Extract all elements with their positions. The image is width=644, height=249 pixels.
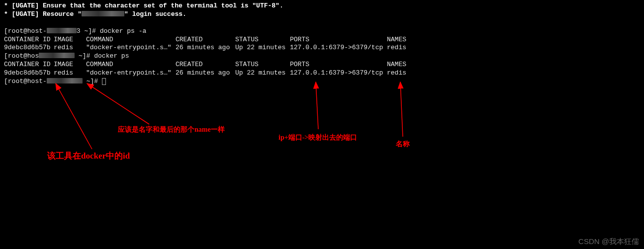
svg-line-3 <box>316 82 318 129</box>
svg-line-4 <box>400 82 403 137</box>
annotation-arrows <box>0 0 644 249</box>
svg-line-1 <box>56 83 92 149</box>
csdn-watermark: CSDN @我本狂儒 <box>578 237 639 247</box>
svg-line-2 <box>87 83 149 124</box>
